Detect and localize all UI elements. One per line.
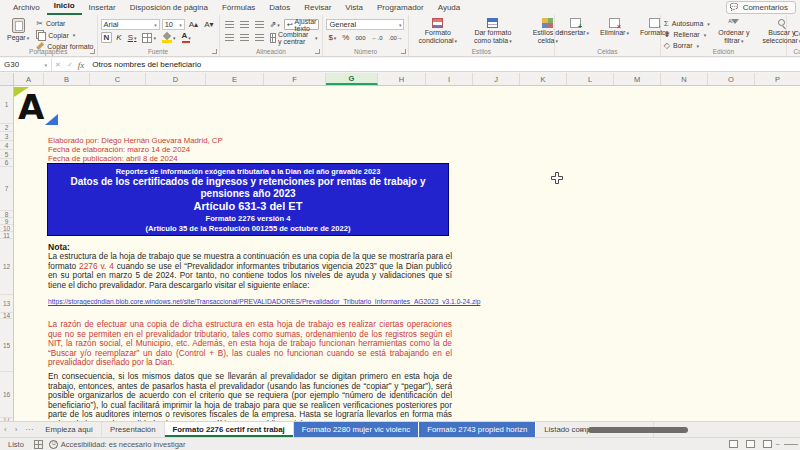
column-header[interactable]: J [473, 73, 520, 85]
page-break-view-icon[interactable] [763, 440, 772, 448]
sheet-nav-right-icon[interactable]: › [11, 422, 22, 437]
enter-icon[interactable]: ✓ [64, 61, 76, 69]
wrap-text-button[interactable]: ↩Ajustar texto [284, 19, 320, 30]
row-header[interactable]: 3 [0, 132, 13, 141]
horizontal-scrollbar[interactable]: ◂ [580, 427, 755, 433]
dialog-launcher-icon[interactable] [401, 49, 406, 54]
macro-record-icon[interactable] [34, 440, 43, 449]
column-header[interactable]: C [90, 73, 146, 85]
row-header[interactable]: 4 [0, 141, 13, 150]
scroll-left-icon[interactable]: ◂ [580, 427, 583, 433]
font-name-select[interactable]: Arial [101, 19, 160, 30]
decrease-font-button[interactable]: A▾ [202, 19, 215, 30]
sheet-nav-more-icon[interactable]: ⋯ [21, 422, 37, 437]
align-left-button[interactable] [223, 32, 236, 43]
autosum-button[interactable]: ΣAutosuma [664, 19, 710, 28]
percent-button[interactable]: % [340, 32, 351, 43]
fill-color-button[interactable] [160, 32, 178, 43]
insert-cells-button[interactable]: Insertar [558, 17, 593, 37]
tab-revisar[interactable]: Revisar [297, 1, 338, 15]
row-header[interactable]: 2 [0, 124, 13, 132]
delete-cells-button[interactable]: Eliminar [596, 17, 633, 37]
comments-button[interactable]: Comentarios [726, 1, 796, 14]
paste-button[interactable]: Pegar [3, 17, 33, 42]
tab-disposicion[interactable]: Disposición de página [123, 1, 215, 15]
fill-button[interactable]: ⬇Rellenar [664, 30, 710, 39]
row-header[interactable]: 8 [0, 211, 13, 218]
increase-decimal-button[interactable]: ←.0 [370, 32, 385, 43]
formula-bar-input[interactable]: Otros nombres del beneficiario [88, 60, 201, 69]
decrease-decimal-button[interactable]: .00→ [387, 32, 405, 43]
dialog-launcher-icon[interactable] [315, 49, 320, 54]
normal-view-icon[interactable] [729, 440, 738, 448]
row-header[interactable]: 10 [0, 225, 13, 232]
sheet-tab-empieza-aqui[interactable]: Empieza aquí [37, 422, 102, 437]
column-header[interactable]: H [378, 73, 426, 85]
zoom-slider[interactable] [784, 444, 798, 445]
tab-insertar[interactable]: Insertar [82, 1, 123, 15]
select-all-corner[interactable] [0, 73, 14, 85]
zoom-control[interactable]: − [776, 440, 798, 449]
column-header[interactable]: F [264, 73, 326, 85]
bold-button[interactable]: N [101, 32, 113, 43]
page-layout-view-icon[interactable] [746, 440, 755, 448]
column-header[interactable]: O [708, 73, 755, 85]
italic-button[interactable]: K [114, 32, 123, 43]
sheet-tab-formato-2276-active[interactable]: Formato 2276 certif rent trabaj [165, 422, 294, 437]
cut-button[interactable]: ✂Cortar [36, 19, 93, 28]
row-header[interactable]: 9 [0, 218, 13, 225]
align-middle-button[interactable] [238, 19, 251, 30]
scrollbar-thumb[interactable] [588, 427, 688, 433]
row-header[interactable]: 15 [0, 319, 13, 372]
align-bottom-button[interactable] [253, 19, 266, 30]
conditional-formatting-button[interactable]: Formato condicional [412, 17, 464, 46]
align-right-button[interactable] [253, 32, 266, 43]
align-top-button[interactable] [223, 19, 236, 30]
font-size-select[interactable]: 10 [162, 19, 185, 30]
align-center-button[interactable] [238, 32, 251, 43]
insert-function-icon[interactable]: fx [76, 60, 89, 70]
tab-vista[interactable]: Vista [338, 1, 370, 15]
orientation-button[interactable]: ⇗ [268, 19, 282, 30]
sort-filter-button[interactable]: Ordenar y filtrar [713, 17, 755, 46]
tab-datos[interactable]: Datos [262, 1, 297, 15]
font-color-button[interactable]: A [180, 32, 193, 43]
column-header[interactable]: E [206, 73, 264, 85]
row-header[interactable]: 5 [0, 150, 13, 159]
tab-inicio[interactable]: Inicio [47, 0, 82, 15]
sheet-tab-formato-2280[interactable]: Formato 2280 mujer vic violenc [294, 422, 419, 437]
dialog-launcher-icon[interactable] [212, 49, 217, 54]
merge-center-button[interactable]: Combinar y centrar [268, 32, 320, 43]
sheet-tab-presentacion[interactable]: Presentación [102, 422, 165, 437]
row-header[interactable]: 13 [0, 295, 13, 313]
tab-formulas[interactable]: Fórmulas [215, 1, 262, 15]
format-as-table-button[interactable]: Dar formato como tabla [467, 17, 519, 46]
column-header[interactable]: M [614, 73, 661, 85]
column-header[interactable]: I [426, 73, 473, 85]
column-header[interactable]: B [44, 73, 90, 85]
tab-archivo[interactable]: Archivo [6, 1, 47, 15]
row-header[interactable]: 11 [0, 232, 13, 239]
row-header[interactable]: 7 [0, 167, 13, 211]
zoom-out-icon[interactable]: − [776, 440, 780, 449]
name-box[interactable]: G30 [0, 58, 52, 71]
addins-button[interactable]: Complementos [790, 17, 800, 38]
sheet-nav-left-icon[interactable]: ‹ [0, 422, 11, 437]
borders-button[interactable] [140, 32, 158, 43]
sheet-tab-formato-2743[interactable]: Formato 2743 propied horizn [419, 422, 536, 437]
underline-button[interactable]: S [126, 32, 139, 43]
cancel-icon[interactable]: ✕ [52, 61, 64, 69]
row-header[interactable]: 16 [0, 372, 13, 418]
accessibility-status[interactable]: Accesibilidad: es necesario investigar [61, 440, 186, 449]
row-header[interactable]: 12 [0, 239, 13, 295]
tab-ayuda[interactable]: Ayuda [431, 1, 468, 15]
row-header[interactable]: 6 [0, 159, 13, 167]
dialog-launcher-icon[interactable] [90, 49, 95, 54]
row-header[interactable]: 1 [0, 86, 13, 124]
number-format-select[interactable]: General [326, 19, 404, 30]
prevalidador-link[interactable]: https://storagecdndian.blob.core.windows… [48, 298, 480, 305]
comma-style-button[interactable]: 000 [353, 32, 367, 43]
worksheet[interactable]: 1 2 3 4 5 6 7 8 9 10 11 12 13 14 15 16 1… [0, 86, 800, 421]
currency-button[interactable]: $ [326, 32, 338, 43]
column-header[interactable]: L [567, 73, 614, 85]
